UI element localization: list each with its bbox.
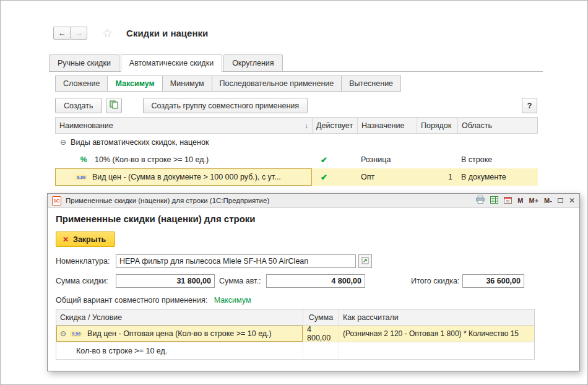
copy-button[interactable] [106,98,122,113]
table-row-selected[interactable]: ⊖ 9,99 Вид цен - Оптовая цена (Кол-во в … [56,326,534,342]
scope-cell: В строке [457,151,538,168]
help-button[interactable]: ? [522,98,537,113]
discount-sum-label: Сумма скидки: [56,277,108,285]
list-toolbar: Создать Создать группу совместного приме… [55,98,308,113]
order-cell [417,151,457,168]
applied-discounts-dialog: 1С Примененные скидки (наценки) для стро… [47,193,580,371]
create-joint-group-button[interactable]: Создать группу совместного применения [143,98,308,113]
check-icon: ✔ [321,155,327,165]
create-button[interactable]: Создать [55,98,102,113]
subtab-addition[interactable]: Сложение [55,76,108,92]
collapse-icon[interactable]: ⊖ [60,329,66,338]
column-header-scope[interactable]: Область [458,118,537,133]
joint-variant-row: Общий вариант совместного применения: Ма… [56,296,251,305]
column-header-sum[interactable]: Сумма [303,309,339,325]
table-icon[interactable] [490,195,498,206]
price-type-icon: 9,99 [70,331,82,337]
subtab-minimum[interactable]: Минимум [162,76,212,92]
main-tabs: Ручные скидки Автоматические скидки Окру… [49,54,543,72]
top-navigation: ← → ☆ Скидки и наценки [53,26,208,40]
favorite-star-icon[interactable]: ☆ [102,26,113,40]
print-icon[interactable] [476,195,485,206]
back-icon: ← [58,28,66,38]
1c-logo-icon: 1С [52,196,61,205]
subtab-maximum[interactable]: Максимум [107,76,162,92]
nomenclature-label: Номенклатура: [56,257,116,266]
total-discount-label: Итого скидка: [411,277,459,285]
nomenclature-row: Номенклатура: [56,254,372,268]
discount-sum-input[interactable] [116,274,215,288]
scope-cell: В документе [457,168,538,186]
joint-variant-label: Общий вариант совместного применения: [56,296,207,305]
name-cell: % 10% (Кол-во в строке >= 10 ед.) [55,151,312,168]
auto-sum-label: Сумма авт.: [219,277,261,285]
column-header-name[interactable]: Наименование ↓ [56,118,313,133]
table-row-selected[interactable]: 9,99 Вид цен - (Сумма в документе > 100 … [55,168,538,186]
collapse-icon[interactable]: ⊖ [60,138,66,147]
dialog-title: Примененные скидки (наценки) для строки … [66,197,269,204]
group-row[interactable]: ⊖ Виды автоматических скидок, наценок [55,134,538,151]
tab-rounding[interactable]: Округления [223,54,282,72]
active-cell: ✔ [312,168,357,186]
purpose-cell: Опт [357,168,417,186]
purpose-cell: Розница [357,151,417,168]
discounts-list-header: Наименование ↓ Действует Назначение Поря… [55,117,538,134]
svg-text:31: 31 [506,199,511,203]
close-x-icon: ✕ [63,235,69,244]
copy-icon [110,100,118,111]
auto-sum-input[interactable] [266,274,365,288]
forward-icon: → [75,28,83,38]
column-header-calc[interactable]: Как рассчитали [339,309,534,325]
close-icon[interactable]: ✕ [569,197,575,204]
condition-cell: ⊖ 9,99 Вид цен - Оптовая цена (Кол-во в … [56,326,303,342]
joint-variant-value: Максимум [214,296,251,305]
discounts-list: Наименование ↓ Действует Назначение Поря… [55,117,538,186]
calc-cell [339,342,534,359]
column-header-purpose[interactable]: Назначение [358,118,417,133]
column-header-active[interactable]: Действует [313,118,358,133]
sums-row: Сумма скидки: Сумма авт.: Итого скидка: [56,274,563,288]
dialog-heading: Примененные скидки (наценки) для строки [56,214,256,224]
back-button[interactable]: ← [53,27,71,40]
close-dialog-button[interactable]: ✕ Закрыть [56,231,115,247]
sum-cell: 4 800,00 [303,326,339,342]
condition-cell: Кол-во в строке >= 10 ед. [56,342,303,359]
page-title: Скидки и наценки [126,28,208,38]
memory-button[interactable]: М [517,197,523,204]
active-cell: ✔ [312,151,357,168]
memory-minus-button[interactable]: М- [544,197,552,204]
column-header-condition[interactable]: Скидка / Условие [56,309,303,325]
dialog-titlebar[interactable]: 1С Примененные скидки (наценки) для стро… [48,194,579,208]
applied-discounts-table: Скидка / Условие Сумма Как рассчитали ⊖ … [56,309,535,360]
dialog-body: Примененные скидки (наценки) для строки … [48,208,579,371]
app-window: ← → ☆ Скидки и наценки Ручные скидки Авт… [0,0,588,385]
maximize-icon[interactable] [558,198,563,203]
applied-table-header: Скидка / Условие Сумма Как рассчитали [56,309,534,326]
table-row[interactable]: Кол-во в строке >= 10 ед. [56,342,534,359]
tab-automatic-discounts[interactable]: Автоматические скидки [121,54,222,72]
subtab-displacement[interactable]: Вытеснение [341,76,401,92]
sum-cell [303,342,339,359]
open-icon [361,257,369,266]
tab-manual-discounts[interactable]: Ручные скидки [49,54,119,72]
open-nomenclature-button[interactable] [358,254,372,268]
check-icon: ✔ [321,173,327,182]
calendar-icon[interactable]: 31 [504,195,512,206]
sort-desc-icon: ↓ [305,122,309,129]
calc-cell: (Розничная 2 120 - Оптовая 1 800) * Коли… [339,326,534,342]
table-row[interactable]: % 10% (Кол-во в строке >= 10 ед.) ✔ Розн… [55,151,538,168]
group-row-label: Виды автоматических скидок, наценок [71,138,209,147]
nomenclature-input[interactable] [116,254,356,268]
memory-plus-button[interactable]: М+ [529,197,539,204]
joint-application-switch: Сложение Максимум Минимум Последовательн… [55,76,401,92]
percent-discount-icon: % [77,155,90,164]
column-header-order[interactable]: Порядок [417,118,458,133]
price-type-icon: 9,99 [75,175,87,180]
order-cell: 1 [417,168,457,186]
titlebar-buttons: 31 М М+ М- ✕ [476,195,575,206]
name-cell: 9,99 Вид цен - (Сумма в документе > 100 … [55,168,312,186]
total-discount-input[interactable] [462,274,524,288]
forward-button[interactable]: → [70,27,87,40]
subtab-sequential[interactable]: Последовательное применение [212,76,342,92]
